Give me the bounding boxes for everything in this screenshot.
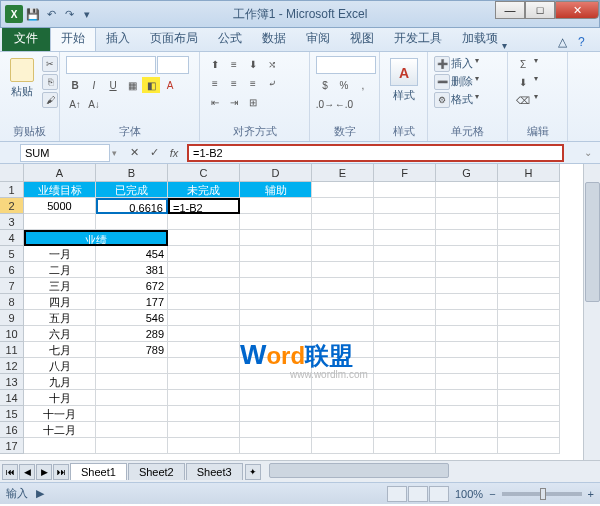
cell-H5[interactable] — [498, 246, 560, 262]
cell-D16[interactable] — [240, 422, 312, 438]
align-left-icon[interactable]: ≡ — [206, 75, 224, 91]
cell-C7[interactable] — [168, 278, 240, 294]
tab-review[interactable]: 审阅 — [296, 26, 340, 51]
cell-E17[interactable] — [312, 438, 374, 454]
row-header-14[interactable]: 14 — [0, 390, 24, 406]
tab-data[interactable]: 数据 — [252, 26, 296, 51]
cell-A11[interactable]: 七月 — [24, 342, 96, 358]
increase-decimal-icon[interactable]: .0→ — [316, 96, 334, 112]
cell-G9[interactable] — [436, 310, 498, 326]
cell-D14[interactable] — [240, 390, 312, 406]
cell-H2[interactable] — [498, 198, 560, 214]
cell-F3[interactable] — [374, 214, 436, 230]
cell-B3[interactable] — [96, 214, 168, 230]
cell-H13[interactable] — [498, 374, 560, 390]
cell-F16[interactable] — [374, 422, 436, 438]
col-header-G[interactable]: G — [436, 164, 498, 182]
row-header-9[interactable]: 9 — [0, 310, 24, 326]
cell-D5[interactable] — [240, 246, 312, 262]
cell-B2[interactable]: 0.6616 — [96, 198, 168, 214]
cell-C8[interactable] — [168, 294, 240, 310]
cell-G12[interactable] — [436, 358, 498, 374]
cell-F5[interactable] — [374, 246, 436, 262]
tab-file[interactable]: 文件 — [2, 26, 50, 51]
cell-H6[interactable] — [498, 262, 560, 278]
col-header-C[interactable]: C — [168, 164, 240, 182]
cell-B17[interactable] — [96, 438, 168, 454]
sheet-tab-3[interactable]: Sheet3 — [186, 463, 243, 480]
cell-H14[interactable] — [498, 390, 560, 406]
cell-F14[interactable] — [374, 390, 436, 406]
macro-record-icon[interactable]: ▶ — [36, 487, 44, 500]
cell-E3[interactable] — [312, 214, 374, 230]
minimize-ribbon-icon[interactable]: △ — [558, 35, 574, 51]
col-header-E[interactable]: E — [312, 164, 374, 182]
cell-E9[interactable] — [312, 310, 374, 326]
cell-A9[interactable]: 五月 — [24, 310, 96, 326]
cell-B11[interactable]: 789 — [96, 342, 168, 358]
qat-dropdown-icon[interactable]: ▾ — [79, 6, 95, 22]
row-header-5[interactable]: 5 — [0, 246, 24, 262]
row-header-3[interactable]: 3 — [0, 214, 24, 230]
tab-dev[interactable]: 开发工具 — [384, 26, 452, 51]
name-box[interactable]: SUM — [20, 144, 110, 162]
cell-D17[interactable] — [240, 438, 312, 454]
cell-A10[interactable]: 六月 — [24, 326, 96, 342]
col-header-H[interactable]: H — [498, 164, 560, 182]
cell-C10[interactable] — [168, 326, 240, 342]
cell-G11[interactable] — [436, 342, 498, 358]
cell-A15[interactable]: 十一月 — [24, 406, 96, 422]
insert-cell-icon[interactable]: ➕ — [434, 56, 450, 72]
tab-layout[interactable]: 页面布局 — [140, 26, 208, 51]
cell-E15[interactable] — [312, 406, 374, 422]
cell-F7[interactable] — [374, 278, 436, 294]
name-box-dropdown-icon[interactable]: ▾ — [112, 148, 117, 158]
cell-C11[interactable] — [168, 342, 240, 358]
cell-H10[interactable] — [498, 326, 560, 342]
cell-B6[interactable]: 381 — [96, 262, 168, 278]
minimize-button[interactable]: — — [495, 1, 525, 19]
cell-B13[interactable] — [96, 374, 168, 390]
number-format-combo[interactable] — [316, 56, 376, 74]
zoom-out-icon[interactable]: − — [489, 488, 495, 500]
col-header-D[interactable]: D — [240, 164, 312, 182]
horizontal-scrollbar[interactable] — [269, 463, 600, 480]
align-middle-icon[interactable]: ≡ — [225, 56, 243, 72]
cell-A5[interactable]: 一月 — [24, 246, 96, 262]
cell-H4[interactable] — [498, 230, 560, 246]
tab-addins[interactable]: 加载项 — [452, 26, 508, 51]
cell-H15[interactable] — [498, 406, 560, 422]
cell-F12[interactable] — [374, 358, 436, 374]
row-header-2[interactable]: 2 — [0, 198, 24, 214]
zoom-level[interactable]: 100% — [455, 488, 483, 500]
cell-F10[interactable] — [374, 326, 436, 342]
zoom-slider[interactable] — [502, 492, 582, 496]
autosum-icon[interactable]: Σ — [514, 56, 532, 72]
cell-E8[interactable] — [312, 294, 374, 310]
cell-A2[interactable]: 5000 — [24, 198, 96, 214]
cell-D9[interactable] — [240, 310, 312, 326]
enter-formula-icon[interactable]: ✓ — [145, 144, 163, 162]
cell-A17[interactable] — [24, 438, 96, 454]
cell-C9[interactable] — [168, 310, 240, 326]
undo-icon[interactable]: ↶ — [43, 6, 59, 22]
row-header-16[interactable]: 16 — [0, 422, 24, 438]
cell-A14[interactable]: 十月 — [24, 390, 96, 406]
cell-H7[interactable] — [498, 278, 560, 294]
expand-formula-bar-icon[interactable]: ⌄ — [584, 147, 600, 158]
cell-C2[interactable]: =1-B2 — [168, 198, 240, 214]
fill-icon[interactable]: ⬇ — [514, 74, 532, 90]
font-size-combo[interactable] — [157, 56, 189, 74]
sheet-tab-2[interactable]: Sheet2 — [128, 463, 185, 480]
cell-B15[interactable] — [96, 406, 168, 422]
sheet-nav-first-icon[interactable]: ⏮ — [2, 464, 18, 480]
decrease-decimal-icon[interactable]: ←.0 — [335, 96, 353, 112]
percent-icon[interactable]: % — [335, 77, 353, 93]
sheet-tab-1[interactable]: Sheet1 — [70, 463, 127, 480]
cell-B7[interactable]: 672 — [96, 278, 168, 294]
cell-A8[interactable]: 四月 — [24, 294, 96, 310]
cell-B5[interactable]: 454 — [96, 246, 168, 262]
cell-A7[interactable]: 三月 — [24, 278, 96, 294]
border-button[interactable]: ▦ — [123, 77, 141, 93]
page-layout-view-icon[interactable] — [408, 486, 428, 502]
